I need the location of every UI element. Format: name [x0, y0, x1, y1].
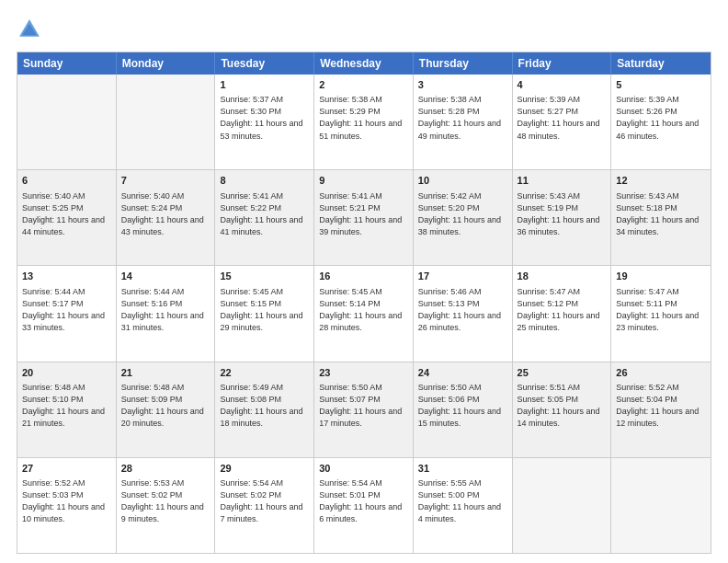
cal-cell	[611, 458, 711, 553]
day-number: 21	[121, 366, 210, 380]
cell-info: Sunrise: 5:50 AMSunset: 5:06 PMDaylight:…	[418, 382, 507, 430]
calendar-row-3: 13Sunrise: 5:44 AMSunset: 5:17 PMDayligh…	[17, 265, 711, 361]
cell-info: Sunrise: 5:48 AMSunset: 5:10 PMDaylight:…	[22, 382, 111, 430]
day-number: 19	[616, 270, 706, 283]
cal-cell: 28Sunrise: 5:53 AMSunset: 5:02 PMDayligh…	[117, 458, 216, 553]
cal-cell: 22Sunrise: 5:49 AMSunset: 5:08 PMDayligh…	[215, 362, 314, 457]
cell-info: Sunrise: 5:52 AMSunset: 5:04 PMDaylight:…	[616, 382, 706, 430]
cal-cell: 11Sunrise: 5:43 AMSunset: 5:19 PMDayligh…	[513, 170, 612, 265]
cell-info: Sunrise: 5:54 AMSunset: 5:02 PMDaylight:…	[220, 477, 309, 525]
cal-cell: 19Sunrise: 5:47 AMSunset: 5:11 PMDayligh…	[611, 266, 711, 361]
cal-cell: 10Sunrise: 5:42 AMSunset: 5:20 PMDayligh…	[414, 170, 513, 265]
cal-cell: 26Sunrise: 5:52 AMSunset: 5:04 PMDayligh…	[611, 362, 711, 457]
cal-cell: 8Sunrise: 5:41 AMSunset: 5:22 PMDaylight…	[215, 170, 314, 265]
day-number: 5	[616, 78, 706, 92]
day-number: 23	[319, 366, 408, 380]
cell-info: Sunrise: 5:53 AMSunset: 5:02 PMDaylight:…	[121, 477, 210, 525]
cell-info: Sunrise: 5:50 AMSunset: 5:07 PMDaylight:…	[319, 382, 408, 430]
cal-cell: 15Sunrise: 5:45 AMSunset: 5:15 PMDayligh…	[215, 266, 314, 361]
cell-info: Sunrise: 5:44 AMSunset: 5:16 PMDaylight:…	[121, 286, 210, 334]
weekday-header-sunday: Sunday	[17, 52, 117, 75]
day-number: 31	[418, 462, 507, 476]
cal-cell: 24Sunrise: 5:50 AMSunset: 5:06 PMDayligh…	[414, 362, 513, 457]
day-number: 16	[319, 270, 408, 283]
cal-cell: 30Sunrise: 5:54 AMSunset: 5:01 PMDayligh…	[314, 458, 414, 553]
day-number: 4	[518, 78, 607, 92]
weekday-header-friday: Friday	[513, 52, 612, 75]
cell-info: Sunrise: 5:43 AMSunset: 5:18 PMDaylight:…	[616, 190, 706, 238]
header	[17, 17, 711, 42]
calendar-row-5: 27Sunrise: 5:52 AMSunset: 5:03 PMDayligh…	[17, 457, 711, 553]
cal-cell: 2Sunrise: 5:38 AMSunset: 5:29 PMDaylight…	[314, 75, 414, 169]
cell-info: Sunrise: 5:39 AMSunset: 5:26 PMDaylight:…	[616, 94, 706, 142]
day-number: 20	[22, 366, 111, 380]
cal-cell: 23Sunrise: 5:50 AMSunset: 5:07 PMDayligh…	[314, 362, 414, 457]
cal-cell	[513, 458, 612, 553]
cell-info: Sunrise: 5:54 AMSunset: 5:01 PMDaylight:…	[319, 477, 408, 525]
weekday-header-monday: Monday	[117, 52, 216, 75]
logo	[17, 17, 46, 42]
day-number: 18	[518, 270, 607, 283]
day-number: 3	[418, 78, 507, 92]
cal-cell: 31Sunrise: 5:55 AMSunset: 5:00 PMDayligh…	[414, 458, 513, 553]
cal-cell: 3Sunrise: 5:38 AMSunset: 5:28 PMDaylight…	[414, 75, 513, 169]
day-number: 15	[220, 270, 309, 283]
day-number: 14	[121, 270, 210, 283]
calendar-row-1: 1Sunrise: 5:37 AMSunset: 5:30 PMDaylight…	[17, 75, 711, 169]
cell-info: Sunrise: 5:44 AMSunset: 5:17 PMDaylight:…	[22, 286, 111, 334]
cal-cell: 20Sunrise: 5:48 AMSunset: 5:10 PMDayligh…	[17, 362, 117, 457]
cal-cell: 27Sunrise: 5:52 AMSunset: 5:03 PMDayligh…	[17, 458, 117, 553]
weekday-header-tuesday: Tuesday	[215, 52, 314, 75]
day-number: 30	[319, 462, 408, 476]
day-number: 26	[616, 366, 706, 380]
cal-cell: 4Sunrise: 5:39 AMSunset: 5:27 PMDaylight…	[513, 75, 612, 169]
day-number: 1	[220, 78, 309, 92]
cal-cell: 13Sunrise: 5:44 AMSunset: 5:17 PMDayligh…	[17, 266, 117, 361]
day-number: 11	[518, 174, 607, 188]
day-number: 27	[22, 462, 111, 476]
cal-cell: 25Sunrise: 5:51 AMSunset: 5:05 PMDayligh…	[513, 362, 612, 457]
cell-info: Sunrise: 5:37 AMSunset: 5:30 PMDaylight:…	[220, 94, 309, 142]
cell-info: Sunrise: 5:52 AMSunset: 5:03 PMDaylight:…	[22, 477, 111, 525]
cal-cell: 18Sunrise: 5:47 AMSunset: 5:12 PMDayligh…	[513, 266, 612, 361]
cell-info: Sunrise: 5:41 AMSunset: 5:21 PMDaylight:…	[319, 190, 408, 238]
day-number: 13	[22, 270, 111, 283]
cell-info: Sunrise: 5:42 AMSunset: 5:20 PMDaylight:…	[418, 190, 507, 238]
cell-info: Sunrise: 5:45 AMSunset: 5:15 PMDaylight:…	[220, 286, 309, 334]
cal-cell: 1Sunrise: 5:37 AMSunset: 5:30 PMDaylight…	[215, 75, 314, 169]
cell-info: Sunrise: 5:47 AMSunset: 5:12 PMDaylight:…	[518, 286, 607, 334]
day-number: 10	[418, 174, 507, 188]
calendar-row-4: 20Sunrise: 5:48 AMSunset: 5:10 PMDayligh…	[17, 362, 711, 457]
calendar-header: SundayMondayTuesdayWednesdayThursdayFrid…	[17, 52, 711, 75]
cell-info: Sunrise: 5:39 AMSunset: 5:27 PMDaylight:…	[518, 94, 607, 142]
calendar-row-2: 6Sunrise: 5:40 AMSunset: 5:25 PMDaylight…	[17, 169, 711, 265]
day-number: 22	[220, 366, 309, 380]
cell-info: Sunrise: 5:45 AMSunset: 5:14 PMDaylight:…	[319, 286, 408, 334]
cell-info: Sunrise: 5:51 AMSunset: 5:05 PMDaylight:…	[518, 382, 607, 430]
cal-cell: 6Sunrise: 5:40 AMSunset: 5:25 PMDaylight…	[17, 170, 117, 265]
calendar: SundayMondayTuesdayWednesdayThursdayFrid…	[17, 52, 711, 554]
cell-info: Sunrise: 5:41 AMSunset: 5:22 PMDaylight:…	[220, 190, 309, 238]
cal-cell: 14Sunrise: 5:44 AMSunset: 5:16 PMDayligh…	[117, 266, 216, 361]
cell-info: Sunrise: 5:38 AMSunset: 5:29 PMDaylight:…	[319, 94, 408, 142]
day-number: 6	[22, 174, 111, 188]
day-number: 9	[319, 174, 408, 188]
cell-info: Sunrise: 5:48 AMSunset: 5:09 PMDaylight:…	[121, 382, 210, 430]
cal-cell: 5Sunrise: 5:39 AMSunset: 5:26 PMDaylight…	[611, 75, 711, 169]
day-number: 25	[518, 366, 607, 380]
day-number: 29	[220, 462, 309, 476]
day-number: 12	[616, 174, 706, 188]
day-number: 2	[319, 78, 408, 92]
cal-cell: 16Sunrise: 5:45 AMSunset: 5:14 PMDayligh…	[314, 266, 414, 361]
day-number: 24	[418, 366, 507, 380]
cell-info: Sunrise: 5:43 AMSunset: 5:19 PMDaylight:…	[518, 190, 607, 238]
day-number: 7	[121, 174, 210, 188]
day-number: 17	[418, 270, 507, 283]
calendar-body: 1Sunrise: 5:37 AMSunset: 5:30 PMDaylight…	[17, 75, 711, 553]
cal-cell: 29Sunrise: 5:54 AMSunset: 5:02 PMDayligh…	[215, 458, 314, 553]
cal-cell	[117, 75, 216, 169]
weekday-header-wednesday: Wednesday	[314, 52, 414, 75]
cal-cell: 7Sunrise: 5:40 AMSunset: 5:24 PMDaylight…	[117, 170, 216, 265]
cell-info: Sunrise: 5:47 AMSunset: 5:11 PMDaylight:…	[616, 286, 706, 334]
cal-cell: 17Sunrise: 5:46 AMSunset: 5:13 PMDayligh…	[414, 266, 513, 361]
